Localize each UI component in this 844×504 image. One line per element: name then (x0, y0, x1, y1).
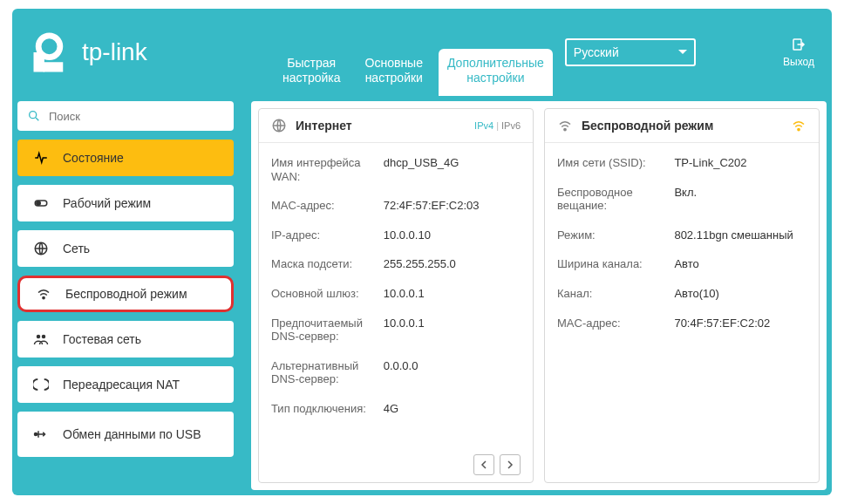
content-area: Интернет IPv4|IPv6 Имя интерфейса WAN:dh… (251, 101, 827, 490)
sidebar-item-status[interactable]: Состояние (17, 140, 234, 176)
sidebar-item-nat[interactable]: Переадресация NAT (17, 366, 234, 403)
svg-point-14 (798, 128, 800, 130)
sidebar-item-mode[interactable]: Рабочий режим (17, 185, 234, 221)
wifi-icon (557, 118, 573, 133)
search-icon (26, 108, 42, 124)
svg-point-6 (37, 201, 41, 206)
svg-point-8 (43, 296, 44, 298)
logout-label: Выход (783, 56, 814, 68)
guests-icon (33, 331, 49, 347)
sidebar-item-usb[interactable]: Обмен данными по USB (17, 412, 234, 457)
tab-quick-setup[interactable]: Быстрая настройка (274, 49, 350, 96)
logo: tp-link (12, 9, 239, 96)
tab-basic[interactable]: Основные настройки (357, 49, 432, 96)
svg-rect-2 (44, 62, 64, 72)
search-box[interactable] (17, 101, 234, 131)
pager-next-button[interactable] (500, 454, 521, 475)
activity-icon (33, 150, 49, 166)
nat-icon (33, 377, 49, 392)
logout-button[interactable]: Выход (783, 37, 814, 68)
sidebar: Состояние Рабочий режим Сеть Беспроводно… (12, 96, 239, 495)
sidebar-item-label: Гостевая сеть (63, 332, 141, 346)
sidebar-item-label: Переадресация NAT (63, 378, 180, 392)
svg-point-13 (564, 128, 566, 130)
tab-advanced[interactable]: Дополнительные настройки (439, 49, 553, 96)
globe-icon (33, 241, 49, 256)
logout-icon (791, 37, 807, 52)
sidebar-item-label: Состояние (63, 151, 124, 165)
sidebar-item-guest[interactable]: Гостевая сеть (17, 321, 234, 358)
wifi-status-icon (791, 118, 807, 133)
sidebar-item-label: Рабочий режим (63, 196, 151, 210)
sidebar-item-wireless[interactable]: Беспроводной режим (17, 276, 234, 312)
card-title: Беспроводной режим (582, 119, 713, 133)
language-select[interactable]: Русский (565, 38, 696, 66)
search-input[interactable] (49, 110, 225, 123)
topbar: tp-link Быстрая настройка Основные настр… (12, 9, 832, 96)
wifi-icon (36, 286, 51, 302)
tplink-logo-icon (30, 29, 77, 76)
pager (259, 447, 533, 482)
sidebar-item-label: Обмен данными по USB (63, 427, 201, 441)
sidebar-item-label: Беспроводной режим (65, 287, 187, 301)
globe-icon (271, 118, 287, 133)
ipv-toggle[interactable]: IPv4|IPv6 (474, 120, 521, 131)
svg-point-11 (35, 433, 37, 436)
svg-rect-1 (34, 52, 44, 72)
svg-point-9 (37, 335, 41, 339)
svg-point-10 (42, 335, 46, 339)
toggle-icon (33, 195, 49, 211)
svg-point-4 (30, 112, 37, 119)
sidebar-item-label: Сеть (63, 242, 90, 255)
usb-icon (33, 426, 49, 442)
card-title: Интернет (296, 119, 352, 133)
pager-prev-button[interactable] (473, 454, 494, 475)
sidebar-item-network[interactable]: Сеть (17, 230, 234, 267)
top-tabs: Быстрая настройка Основные настройки Доп… (274, 9, 553, 96)
card-wireless: Беспроводной режим Имя сети (SSID):TP-Li… (544, 108, 820, 483)
card-internet: Интернет IPv4|IPv6 Имя интерфейса WAN:dh… (258, 108, 534, 483)
